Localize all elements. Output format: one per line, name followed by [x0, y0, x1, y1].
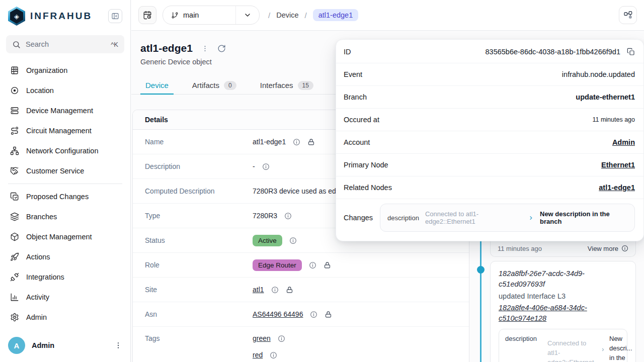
- primary-node-link[interactable]: Ethernet1: [601, 161, 635, 169]
- account-link[interactable]: Admin: [612, 138, 635, 146]
- tab-count-badge: 15: [298, 81, 313, 90]
- proposed-changes-icon: [10, 192, 19, 201]
- rocket-icon: [10, 252, 19, 261]
- handshake-icon: [10, 166, 19, 175]
- schema-graph-button[interactable]: [619, 6, 637, 24]
- branch-selector[interactable]: main: [163, 6, 260, 25]
- user-menu[interactable]: A Admin: [0, 331, 130, 362]
- sidebar-nav: Organization Location Device Management …: [0, 56, 130, 327]
- event-type-value: infrahub.node.updated: [562, 70, 635, 78]
- event-related-link[interactable]: 182a8fe4-406e-a684-34dc-c510c974e128: [499, 303, 607, 324]
- info-icon[interactable]: [284, 212, 292, 220]
- branch-selector-value: main: [183, 11, 199, 19]
- popover-row-id: ID 83565b6e-86dc-4038-a18b-1fbb4266f9d1: [336, 41, 643, 63]
- sidebar-item-actions[interactable]: Actions: [0, 247, 130, 267]
- tab-device[interactable]: Device: [140, 76, 174, 94]
- sidebar-item-proposed-changes[interactable]: Proposed Changes: [0, 187, 130, 207]
- tab-label: Interfaces: [260, 81, 293, 89]
- refresh-icon[interactable]: [217, 44, 226, 53]
- sidebar-item-activity[interactable]: Activity: [0, 287, 130, 307]
- type-value: 7280R3: [253, 212, 277, 220]
- diff-new-value: New description in the branch: [540, 210, 627, 225]
- changes-diff-pill: description Connected to atl1-edge2::Eth…: [380, 204, 635, 232]
- sidebar-item-object-management[interactable]: Object Management: [0, 227, 130, 247]
- git-branch-icon: [171, 12, 179, 19]
- tag-link[interactable]: green: [253, 334, 271, 342]
- lock-icon: [307, 138, 315, 146]
- sidebar-item-circuit-management[interactable]: Circuit Management: [0, 121, 130, 141]
- avatar: A: [8, 337, 25, 354]
- sidebar-item-organization[interactable]: Organization: [0, 60, 130, 80]
- info-icon[interactable]: [271, 286, 279, 294]
- diff-property: description: [505, 334, 543, 344]
- sidebar-item-label: Circuit Management: [26, 127, 92, 135]
- breadcrumb-separator: /: [305, 11, 307, 20]
- kebab-menu-icon[interactable]: [114, 341, 122, 349]
- sidebar-item-label: Branches: [26, 213, 57, 221]
- breadcrumb-section[interactable]: Device: [276, 11, 298, 19]
- tab-interfaces[interactable]: Interfaces 15: [255, 76, 318, 94]
- lock-icon: [325, 311, 332, 318]
- object-kebab-menu-icon[interactable]: [201, 45, 209, 52]
- info-icon[interactable]: [278, 335, 285, 342]
- computed-description-value: 7280R3 device used as edge: [253, 187, 344, 195]
- sidebar-item-label: Location: [26, 86, 54, 95]
- info-icon[interactable]: [270, 351, 277, 359]
- info-icon: [621, 245, 628, 252]
- breadcrumb-current[interactable]: atl1-edge1: [313, 9, 359, 21]
- sidebar-item-label: Activity: [26, 293, 49, 301]
- sidebar-item-label: Network Configuration: [26, 147, 98, 155]
- user-name: Admin: [32, 341, 54, 349]
- detail-row-role: Role Edge Router: [133, 253, 469, 278]
- view-more-button[interactable]: View more: [588, 245, 628, 252]
- related-nodes-link[interactable]: atl1-edge1: [599, 184, 635, 192]
- info-icon[interactable]: [310, 311, 317, 318]
- timeline-dot: [477, 266, 485, 274]
- sidebar-item-branches[interactable]: Branches: [0, 207, 130, 227]
- map-pin-icon: [10, 86, 19, 95]
- bar-chart-icon: [10, 293, 19, 302]
- tab-artifacts[interactable]: Artifacts 0: [187, 76, 242, 94]
- collapse-sidebar-icon[interactable]: [108, 9, 122, 23]
- detail-row-tags: Tags green red: [133, 327, 469, 362]
- info-icon[interactable]: [289, 237, 297, 244]
- copy-icon[interactable]: [627, 48, 635, 56]
- top-bar: main / Device / atl1-edge1: [131, 0, 644, 31]
- search-icon: [12, 40, 21, 49]
- chevron-down-icon: [236, 6, 259, 24]
- popover-row-event: Event infrahub.node.updated: [336, 63, 643, 86]
- info-icon[interactable]: [262, 163, 270, 170]
- sidebar-item-customer-service[interactable]: Customer Service: [0, 161, 130, 181]
- detail-row-site: Site atl1: [133, 278, 469, 302]
- tag-link[interactable]: red: [253, 351, 263, 359]
- event-diff-box: description Connected to atl1-edge2::Eth…: [499, 329, 627, 362]
- lock-icon: [324, 261, 331, 269]
- info-icon[interactable]: [309, 261, 316, 269]
- breadcrumb: / Device / atl1-edge1: [268, 9, 358, 21]
- description-value: -: [253, 162, 255, 170]
- logo-text: INFRAHUB: [30, 11, 92, 22]
- sidebar-item-label: Device Management: [26, 107, 93, 115]
- time-travel-button[interactable]: [138, 6, 156, 24]
- sidebar-item-admin[interactable]: Admin: [0, 307, 130, 327]
- search-input[interactable]: Search ^K: [6, 35, 124, 53]
- role-badge: Edge Router: [253, 259, 302, 271]
- diff-property: description: [387, 214, 419, 222]
- name-value: atl1-edge1: [253, 138, 286, 146]
- asn-link[interactable]: AS64496 64496: [253, 310, 303, 318]
- timeline-line: [480, 227, 481, 362]
- sidebar-item-device-management[interactable]: Device Management: [0, 101, 130, 121]
- breadcrumb-separator: /: [268, 11, 270, 20]
- infrahub-logo-icon: ◈: [8, 7, 25, 26]
- diff-old-value: Connected to atl1-edge2::Ethernet1: [547, 334, 597, 362]
- cube-icon: [10, 232, 19, 241]
- chevron-right-icon: [528, 215, 534, 221]
- page-title: atl1-edge1: [140, 42, 193, 54]
- info-icon[interactable]: [293, 138, 300, 146]
- sidebar-item-network-configuration[interactable]: Network Configuration: [0, 141, 130, 161]
- sidebar-item-integrations[interactable]: Integrations: [0, 267, 130, 287]
- tab-label: Artifacts: [192, 81, 219, 89]
- site-link[interactable]: atl1: [253, 286, 264, 294]
- sidebar-item-location[interactable]: Location: [0, 80, 130, 101]
- chevron-right-icon: [601, 334, 605, 352]
